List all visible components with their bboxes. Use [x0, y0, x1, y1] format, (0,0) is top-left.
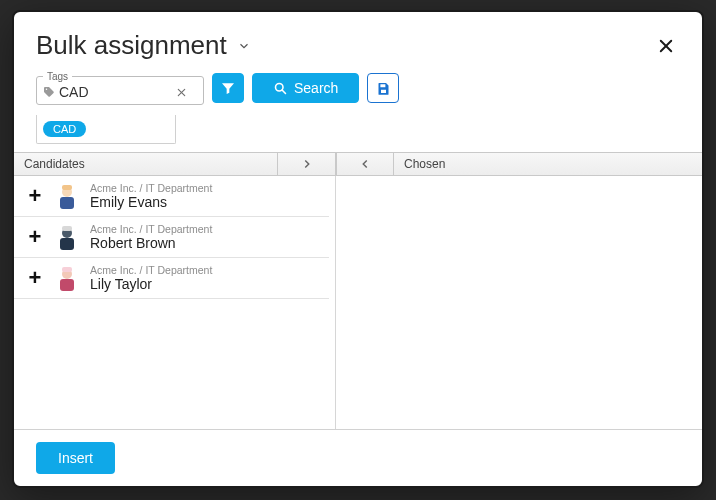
- lists-body: + Acme Inc. / IT Department Emily Evans …: [14, 176, 702, 429]
- add-candidate-button[interactable]: +: [26, 226, 44, 248]
- search-button-label: Search: [294, 80, 338, 96]
- candidates-list: + Acme Inc. / IT Department Emily Evans …: [14, 176, 336, 429]
- move-left-button[interactable]: [336, 153, 394, 175]
- svg-line-5: [282, 90, 285, 93]
- candidate-row[interactable]: + Acme Inc. / IT Department Robert Brown: [14, 217, 329, 258]
- svg-rect-12: [60, 279, 74, 291]
- save-button[interactable]: [367, 73, 399, 103]
- filter-button[interactable]: [212, 73, 244, 103]
- search-row: Tags Search: [14, 71, 702, 111]
- selected-tags-row: CAD: [14, 111, 702, 152]
- clear-input-button[interactable]: [173, 84, 189, 100]
- close-button[interactable]: [652, 32, 680, 60]
- candidate-row[interactable]: + Acme Inc. / IT Department Emily Evans: [14, 176, 329, 217]
- candidate-company: Acme Inc. / IT Department: [90, 182, 212, 194]
- insert-button[interactable]: Insert: [36, 442, 115, 474]
- columns-header: Candidates Chosen: [14, 152, 702, 176]
- search-button[interactable]: Search: [252, 73, 359, 103]
- svg-rect-8: [62, 185, 72, 190]
- add-candidate-button[interactable]: +: [26, 267, 44, 289]
- tags-legend: Tags: [43, 71, 72, 82]
- tags-field: Tags: [36, 71, 204, 105]
- svg-rect-9: [60, 238, 74, 250]
- avatar: [56, 183, 78, 209]
- chosen-list: [336, 176, 702, 429]
- candidate-company: Acme Inc. / IT Department: [90, 223, 212, 235]
- dialog-title: Bulk assignment: [36, 30, 227, 61]
- chosen-header: Chosen: [394, 153, 702, 175]
- tag-icon: [43, 86, 55, 98]
- candidate-name: Emily Evans: [90, 194, 212, 210]
- avatar: [56, 224, 78, 250]
- dialog-header: Bulk assignment: [14, 12, 702, 71]
- candidate-company: Acme Inc. / IT Department: [90, 264, 212, 276]
- svg-rect-6: [60, 197, 74, 209]
- svg-rect-11: [62, 226, 72, 231]
- avatar: [56, 265, 78, 291]
- move-right-button[interactable]: [278, 153, 336, 175]
- candidate-row[interactable]: + Acme Inc. / IT Department Lily Taylor: [14, 258, 329, 299]
- tag-chip[interactable]: CAD: [43, 121, 86, 137]
- chevron-down-icon[interactable]: [237, 39, 251, 53]
- candidate-name: Robert Brown: [90, 235, 212, 251]
- chip-container: CAD: [36, 115, 176, 144]
- dialog-footer: Insert: [14, 429, 702, 486]
- add-candidate-button[interactable]: +: [26, 185, 44, 207]
- bulk-assignment-dialog: Bulk assignment Tags: [12, 10, 704, 488]
- svg-rect-14: [62, 267, 72, 272]
- candidate-name: Lily Taylor: [90, 276, 212, 292]
- tags-input[interactable]: [59, 84, 169, 100]
- candidates-header: Candidates: [14, 153, 278, 175]
